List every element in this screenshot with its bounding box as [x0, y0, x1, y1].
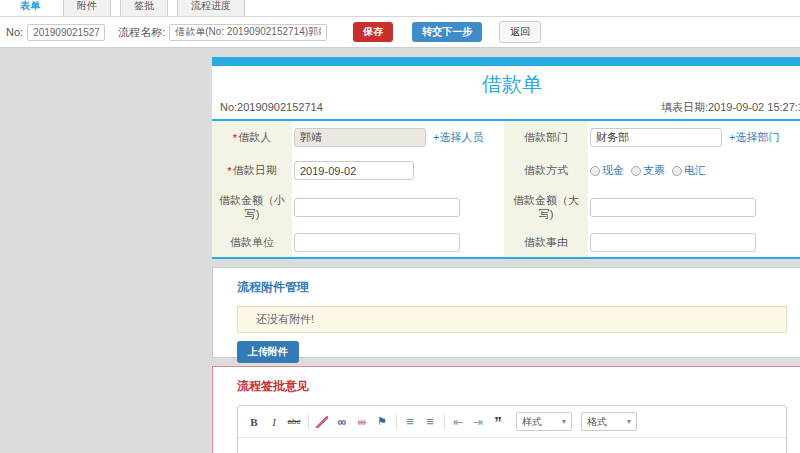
no-input[interactable] [27, 24, 105, 41]
no-attachments-alert: 还没有附件! [237, 306, 787, 333]
loan-unit-label: 借款单位 [212, 227, 292, 257]
upload-attachment-button[interactable]: 上传附件 [237, 341, 299, 363]
doc-number: No:20190902152714 [220, 101, 323, 113]
loan-form-grid: * 借款人 +选择人员 借款部门 +选择部门 * 借款日期 [212, 121, 800, 257]
toolbar-separator [444, 415, 445, 429]
process-name-label: 流程名称: [118, 25, 165, 40]
remove-format-icon[interactable] [314, 414, 330, 429]
tab-form[interactable]: 表单 [6, 0, 54, 16]
outdent-icon[interactable]: ⇤ [450, 414, 466, 429]
rich-text-editor: B I abc ∞ ∞ ⚑ ≡ ≡ ⇤ ⇥ ” 样式 ▾ [237, 405, 787, 453]
editor-toolbar: B I abc ∞ ∞ ⚑ ≡ ≡ ⇤ ⇥ ” 样式 ▾ [238, 406, 786, 438]
borrower-input[interactable] [294, 128, 426, 147]
format-dropdown[interactable]: 格式 ▾ [581, 412, 637, 431]
chevron-down-icon: ▾ [562, 417, 566, 426]
loan-unit-input[interactable] [294, 233, 460, 252]
no-label: No: [6, 26, 23, 38]
loan-date-cell [292, 154, 504, 187]
save-button[interactable]: 保存 [353, 22, 393, 42]
bold-icon[interactable]: B [246, 414, 262, 429]
borrower-label: * 借款人 [212, 121, 292, 154]
attachments-card: 流程附件管理 还没有附件! 上传附件 [212, 267, 800, 358]
loan-reason-input[interactable] [590, 233, 756, 252]
doc-meta-row: No:20190902152714 填表日期:2019-09-02 15:27:… [212, 97, 800, 119]
chevron-down-icon: ▾ [627, 417, 631, 426]
loan-method-cell: 现金 支票 电汇 [588, 154, 800, 187]
tab-attachment[interactable]: 附件 [63, 0, 111, 16]
department-input[interactable] [590, 128, 722, 147]
select-department-link[interactable]: +选择部门 [729, 130, 779, 145]
radio-cash-circle[interactable] [590, 166, 600, 176]
page-background: 借款单 No:20190902152714 填表日期:2019-09-02 15… [0, 48, 800, 453]
radio-cheque[interactable]: 支票 [631, 163, 665, 178]
select-person-link[interactable]: +选择人员 [433, 130, 483, 145]
department-cell: +选择部门 [588, 121, 800, 154]
tab-process-progress[interactable]: 流程进度 [177, 0, 245, 16]
amount-big-cell [588, 187, 800, 227]
indent-icon[interactable]: ⇥ [470, 414, 486, 429]
amount-small-input[interactable] [294, 198, 460, 217]
radio-cheque-circle[interactable] [631, 166, 641, 176]
ordered-list-icon[interactable]: ≡ [402, 414, 418, 429]
department-label: 借款部门 [504, 121, 588, 154]
divider-bottom [212, 257, 800, 259]
strikethrough-icon[interactable]: abc [286, 414, 302, 429]
toolbar-separator [308, 415, 309, 429]
tab-approval[interactable]: 签批 [120, 0, 168, 16]
loan-reason-label: 借款事由 [504, 227, 588, 257]
styles-dropdown[interactable]: 样式 ▾ [516, 412, 572, 431]
bullet-list-icon[interactable]: ≡ [422, 414, 438, 429]
radio-wire[interactable]: 电汇 [672, 163, 706, 178]
amount-small-cell [292, 187, 504, 227]
fill-date: 填表日期:2019-09-02 15:27:1 [661, 100, 800, 115]
amount-small-label: 借款金额（小写) [212, 187, 292, 227]
toolbar-separator [396, 415, 397, 429]
amount-big-input[interactable] [590, 198, 756, 217]
loan-unit-cell [292, 227, 504, 257]
italic-icon[interactable]: I [266, 414, 282, 429]
anchor-flag-icon[interactable]: ⚑ [374, 414, 390, 429]
top-tab-bar: 表单 附件 签批 流程进度 [0, 0, 800, 17]
borrower-cell: +选择人员 [292, 121, 504, 154]
process-name-input[interactable] [169, 24, 327, 41]
loan-form-card: 借款单 No:20190902152714 填表日期:2019-09-02 15… [212, 57, 800, 259]
loan-date-label: * 借款日期 [212, 154, 292, 187]
link-icon[interactable]: ∞ [334, 414, 350, 429]
approval-card: 流程签批意见 B I abc ∞ ∞ ⚑ ≡ ≡ ⇤ ⇥ ” 样式 ▾ [212, 366, 800, 453]
forward-next-step-button[interactable]: 转交下一步 [412, 22, 482, 42]
back-button[interactable]: 返回 [499, 21, 541, 43]
radio-wire-circle[interactable] [672, 166, 682, 176]
blockquote-icon[interactable]: ” [490, 414, 506, 429]
radio-cash[interactable]: 现金 [590, 163, 624, 178]
card-top-strip [212, 57, 800, 66]
editor-content-area[interactable] [238, 438, 786, 453]
loan-reason-cell [588, 227, 800, 257]
amount-big-label: 借款金额（大写) [504, 187, 588, 227]
page-title: 借款单 [212, 66, 800, 97]
approval-heading: 流程签批意见 [237, 378, 800, 395]
attachments-heading: 流程附件管理 [237, 279, 800, 296]
loan-date-input[interactable] [294, 161, 414, 180]
unlink-icon[interactable]: ∞ [354, 414, 370, 429]
action-toolbar: No: 流程名称: 保存 转交下一步 返回 [0, 17, 800, 48]
loan-method-label: 借款方式 [504, 154, 588, 187]
